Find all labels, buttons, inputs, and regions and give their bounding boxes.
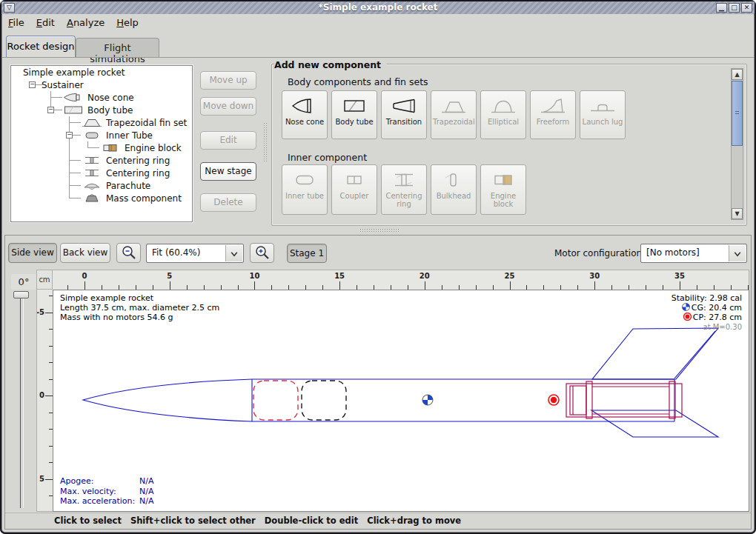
- tree-item-label: Simple example rocket: [23, 67, 125, 78]
- body-tube-icon: [339, 95, 369, 117]
- zoom-level-combo[interactable]: Fit (60.4%): [146, 244, 244, 263]
- add-trapezoidal-button[interactable]: Trapezoidal: [431, 90, 477, 139]
- tree-item-centering-ring[interactable]: Centering ring: [11, 154, 192, 167]
- flight-stat-label: Apogee:: [60, 476, 139, 487]
- tab-bar: Rocket design Flight simulations: [2, 33, 754, 57]
- inner-components-outline: [566, 381, 682, 418]
- nose-cone-icon: [290, 95, 319, 117]
- collapse-icon[interactable]: −: [29, 81, 36, 88]
- minimize-button[interactable]: ▁: [716, 3, 727, 13]
- tree-guide: [23, 116, 42, 129]
- collapse-icon[interactable]: −: [66, 132, 73, 138]
- tree-guide: −: [42, 104, 60, 116]
- rocket-info-line: Mass with no motors 54.6 g: [60, 313, 219, 322]
- tree-item-label: Mass component: [106, 193, 182, 204]
- tree-item-centering-ring[interactable]: Centering ring: [11, 167, 192, 179]
- bulkhead-icon: [439, 169, 468, 191]
- stage-1-toggle[interactable]: Stage 1: [287, 244, 327, 263]
- tree-item-body-tube[interactable]: −Body tube: [11, 104, 192, 116]
- menu-help[interactable]: Help: [110, 14, 145, 28]
- add-elliptical-button[interactable]: Elliptical: [480, 90, 526, 139]
- tree-guide: [23, 192, 42, 204]
- component-button-label: Transition: [382, 117, 426, 128]
- component-button-label: Trapezoidal: [431, 117, 476, 128]
- ruler-tick: [425, 281, 425, 290]
- vertical-splitter[interactable]: [263, 122, 268, 163]
- add-bulkhead-button[interactable]: Bulkhead: [431, 164, 477, 215]
- component-tree[interactable]: Simple example rocket−SustainerNose cone…: [10, 65, 193, 222]
- rotation-angle-label: 0°: [11, 274, 36, 290]
- tree-item-simple-example-rocket[interactable]: Simple example rocket: [11, 66, 192, 79]
- zoom-in-icon: [253, 244, 272, 263]
- tree-guide: [23, 154, 42, 167]
- tree-item-inner-tube[interactable]: −Inner Tube: [11, 129, 192, 141]
- new-stage-button[interactable]: New stage: [200, 162, 256, 181]
- scrollbar-thumb[interactable]: [732, 81, 743, 146]
- rocket-drawing-canvas[interactable]: Simple example rocketLength 37.5 cm, max…: [53, 290, 749, 512]
- move-up-button[interactable]: Move up: [200, 71, 256, 90]
- close-button[interactable]: ✕: [741, 3, 752, 13]
- vertical-ruler: -505: [36, 290, 53, 512]
- collapse-icon[interactable]: −: [47, 107, 54, 113]
- ruler-label: 0: [82, 272, 87, 280]
- scroll-up-icon[interactable]: ▲: [732, 69, 743, 80]
- chevron-down-icon[interactable]: [729, 245, 746, 261]
- tree-item-label: Body tube: [87, 105, 133, 116]
- flight-stat-row: Apogee:N/A: [60, 476, 153, 487]
- menu-bar: FileEditAnalyzeHelp: [2, 14, 754, 33]
- rotation-slider-handle[interactable]: [13, 291, 29, 298]
- tab-flight-simulations[interactable]: Flight simulations: [76, 38, 159, 57]
- ruler-tick: [45, 479, 53, 480]
- back-view-button[interactable]: Back view: [60, 243, 110, 263]
- tree-guide: [23, 129, 42, 141]
- component-panel-scrollbar[interactable]: ▲ ▼: [731, 68, 743, 220]
- maximize-button[interactable]: □: [729, 3, 740, 13]
- scroll-down-icon[interactable]: ▼: [732, 208, 743, 219]
- menu-analyze[interactable]: Analyze: [61, 14, 110, 28]
- add-engine-block-button[interactable]: Engine block: [480, 164, 526, 215]
- cg-value: 20.4 cm: [709, 303, 742, 313]
- menu-edit[interactable]: Edit: [30, 14, 61, 28]
- add-nose-cone-button[interactable]: Nose cone: [282, 90, 328, 139]
- tree-item-mass-component[interactable]: Mass component: [11, 192, 192, 204]
- cg-marker: [422, 395, 433, 405]
- tree-guide: [42, 91, 60, 104]
- status-bar: Click to select Shift+click to select ot…: [5, 513, 751, 528]
- tree-item-engine-block[interactable]: Engine block: [11, 141, 192, 154]
- edit-button[interactable]: Edit: [200, 131, 256, 150]
- tree-guide: [60, 116, 79, 129]
- tree-item-nose-cone[interactable]: Nose cone: [11, 91, 192, 104]
- ruler-label: 30: [589, 272, 600, 280]
- chevron-down-icon[interactable]: [225, 245, 242, 261]
- move-down-button[interactable]: Move down: [200, 97, 256, 116]
- menu-file[interactable]: File: [2, 14, 30, 28]
- component-button-label: Body tube: [332, 117, 377, 128]
- side-view-button[interactable]: Side view: [8, 243, 57, 263]
- add-launch-lug-button[interactable]: Launch lug: [580, 90, 626, 139]
- add-inner-tube-button[interactable]: Inner tube: [282, 164, 328, 215]
- component-button-label: Launch lug: [580, 117, 625, 128]
- ruler-label: 25: [505, 272, 515, 280]
- body-tube-icon: [62, 104, 84, 116]
- component-button-label: Inner tube: [282, 191, 327, 202]
- add-freeform-button[interactable]: Freeform: [530, 90, 576, 139]
- tree-item-sustainer[interactable]: −Sustainer: [11, 79, 192, 91]
- add-centering-ring-button[interactable]: Centering ring: [381, 164, 427, 215]
- ruler-label: 5: [39, 474, 44, 482]
- tree-item-label: Centering ring: [106, 156, 170, 166]
- add-coupler-button[interactable]: Coupler: [331, 164, 377, 215]
- ruler-tick: [339, 281, 340, 290]
- add-body-tube-button[interactable]: Body tube: [331, 90, 377, 139]
- engine-block-outline: [570, 386, 586, 415]
- zoom-out-button[interactable]: [116, 243, 141, 263]
- zoom-in-button[interactable]: [250, 243, 274, 263]
- ruler-tick: [254, 281, 255, 290]
- horizontal-splitter[interactable]: [359, 228, 400, 233]
- add-transition-button[interactable]: Transition: [381, 90, 427, 139]
- tree-item-trapezoidal-fin-set[interactable]: Trapezoidal fin set: [11, 116, 192, 129]
- motor-configuration-combo[interactable]: [No motors]: [640, 244, 747, 263]
- tab-rocket-design[interactable]: Rocket design: [6, 36, 76, 57]
- delete-button[interactable]: Delete: [200, 193, 256, 212]
- tree-item-parachute[interactable]: Parachute: [11, 179, 192, 192]
- component-button-label: Bulkhead: [431, 191, 476, 202]
